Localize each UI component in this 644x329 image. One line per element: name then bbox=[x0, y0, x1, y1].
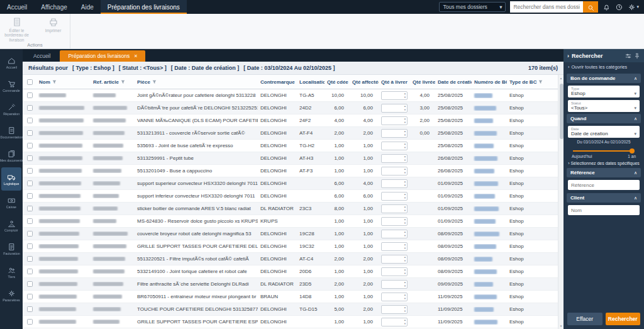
qte-a-livrer-input[interactable]: ▴▾ bbox=[381, 280, 408, 289]
column-header-qte_a_livrer[interactable]: Qté à livrer bbox=[379, 79, 410, 85]
column-header-date_creation[interactable]: Date de création bbox=[435, 79, 472, 85]
row-checkbox[interactable] bbox=[27, 193, 33, 199]
reference-input[interactable] bbox=[568, 180, 640, 190]
qte-a-livrer-input[interactable]: ▴▾ bbox=[381, 318, 408, 326]
table-row[interactable]: 5513220521 - Filtre imputÃ©s robot cafÃ©… bbox=[23, 253, 558, 265]
close-icon[interactable]: × bbox=[134, 53, 137, 59]
spinner-arrows-icon[interactable]: ▴▾ bbox=[404, 306, 406, 312]
sidebar-item-comptoir[interactable]: Comptoir bbox=[1, 214, 21, 237]
table-row[interactable]: DÃ©bitmÃ¨tre pour cafetiÃ¨re DELONGHI 52… bbox=[23, 102, 558, 114]
column-header-qte_affectee[interactable]: Qté affectée bbox=[350, 79, 379, 85]
spinner-arrows-icon[interactable]: ▴▾ bbox=[404, 117, 406, 123]
sidebar-item-commande[interactable]: Commande bbox=[1, 74, 21, 98]
scrollbar-thumb[interactable] bbox=[560, 84, 564, 139]
qte-a-livrer-input[interactable]: ▴▾ bbox=[381, 179, 408, 188]
row-checkbox[interactable] bbox=[27, 105, 33, 111]
collapse-panel-icon[interactable]: › bbox=[567, 53, 569, 59]
spinner-arrows-icon[interactable]: ▴▾ bbox=[404, 167, 406, 174]
qte-a-livrer-input[interactable]: ▴▾ bbox=[381, 204, 408, 213]
date-range-slider[interactable] bbox=[573, 148, 635, 153]
qte-a-livrer-input[interactable]: ▴▾ bbox=[381, 129, 408, 138]
row-checkbox[interactable] bbox=[27, 269, 33, 274]
table-row[interactable]: couvercle broyeur robot cafe delonghi ma… bbox=[23, 228, 558, 240]
sidebar-item-reparation[interactable]: Réparation bbox=[1, 98, 21, 121]
spinner-arrows-icon[interactable]: ▴▾ bbox=[404, 230, 406, 237]
specific-dates-link[interactable]: › Sélectionnez des dates spécifiques bbox=[568, 161, 640, 165]
row-checkbox[interactable] bbox=[27, 181, 33, 186]
row-checkbox[interactable] bbox=[27, 256, 33, 262]
tab-accueil[interactable]: Accueil bbox=[25, 50, 58, 62]
qte-a-livrer-input[interactable]: ▴▾ bbox=[381, 293, 408, 301]
select-all-checkbox[interactable] bbox=[27, 79, 33, 85]
menu-accueil[interactable]: Accueil bbox=[0, 0, 34, 14]
row-checkbox[interactable] bbox=[27, 206, 33, 211]
editer-le-bordereau-de-livraison-button[interactable]: Éditer le bordereau de livraison bbox=[1, 17, 33, 42]
clock-icon[interactable] bbox=[615, 3, 623, 11]
row-checkbox[interactable] bbox=[27, 143, 33, 148]
qte-a-livrer-input[interactable]: ▴▾ bbox=[381, 104, 408, 113]
spinner-arrows-icon[interactable]: ▴▾ bbox=[404, 255, 406, 262]
row-checkbox[interactable] bbox=[27, 306, 33, 312]
qte-a-livrer-input[interactable]: ▴▾ bbox=[381, 142, 408, 150]
filter-icon[interactable] bbox=[52, 80, 57, 84]
sidebar-item-tiers[interactable]: Tiers bbox=[1, 260, 21, 284]
spinner-arrows-icon[interactable]: ▴▾ bbox=[404, 218, 406, 224]
qte-a-livrer-input[interactable]: ▴▾ bbox=[381, 217, 408, 226]
vertical-scrollbar[interactable]: ▴ ▾ bbox=[558, 75, 564, 329]
type-select[interactable]: Type Eshop ▾ bbox=[568, 86, 640, 98]
table-row[interactable]: sticker boitier de commande ARES V.5 bla… bbox=[23, 203, 558, 215]
spinner-arrows-icon[interactable]: ▴▾ bbox=[404, 281, 406, 287]
table-row[interactable]: BR67050911 - entraineur moteur mixeur pl… bbox=[23, 291, 558, 303]
filter-icon[interactable] bbox=[152, 80, 157, 84]
table-row[interactable]: 5313213911 - couvercle rÃ©servoir sortie… bbox=[23, 127, 558, 140]
spinner-arrows-icon[interactable]: ▴▾ bbox=[404, 104, 406, 111]
settings-menu[interactable]: ▾ bbox=[628, 3, 639, 11]
sidebar-item-accueil[interactable]: Accueil bbox=[1, 51, 21, 74]
statut-select[interactable]: Statut <Tous> ▾ bbox=[568, 100, 640, 112]
column-header-piece[interactable]: Pièce bbox=[135, 79, 258, 85]
table-row[interactable]: 5313259991 - Peptit tubeDELONGHIAT-H31,0… bbox=[23, 152, 558, 165]
row-checkbox[interactable] bbox=[27, 118, 33, 123]
sidebar-item-facturation[interactable]: Facturation bbox=[1, 237, 21, 260]
spinner-arrows-icon[interactable]: ▴▾ bbox=[404, 293, 406, 299]
column-header-qte_cdee[interactable]: Qté cdée bbox=[325, 79, 350, 85]
menu-affichage[interactable]: Affichage bbox=[34, 0, 74, 14]
tab-preparation-des-livraisons[interactable]: Préparation des livraisons× bbox=[60, 50, 145, 62]
clear-button[interactable]: Effacer bbox=[567, 313, 602, 325]
sidebar-item-caisse[interactable]: Caisse bbox=[1, 191, 21, 214]
client-name-input[interactable] bbox=[568, 205, 640, 215]
sidebar-item-parametres[interactable]: Paramètres bbox=[1, 284, 21, 307]
qte-a-livrer-input[interactable]: ▴▾ bbox=[381, 255, 408, 264]
search-submit-button[interactable]: Rechercher bbox=[606, 313, 641, 325]
table-row[interactable]: 5332149100 - Joint torique cafetiere et … bbox=[23, 265, 558, 278]
imprimer-button[interactable]: Imprimer bbox=[37, 17, 70, 42]
table-row[interactable]: GRILLE SUPPORT TASSES POUR CAFETIERE ESP… bbox=[23, 316, 558, 328]
spinner-arrows-icon[interactable]: ▴▾ bbox=[404, 142, 406, 148]
column-header-nom[interactable]: Nom bbox=[36, 79, 91, 85]
spinner-arrows-icon[interactable]: ▴▾ bbox=[404, 318, 406, 325]
table-row[interactable]: Joint gÃ©nÃ©rateur pour cafetiere delong… bbox=[23, 89, 558, 102]
column-header-check[interactable] bbox=[23, 79, 36, 85]
row-checkbox[interactable] bbox=[27, 319, 33, 325]
column-header-ref[interactable]: Ref. article bbox=[91, 79, 135, 85]
column-header-contremarque[interactable]: Contremarque bbox=[258, 79, 297, 85]
tune-icon[interactable] bbox=[625, 53, 631, 59]
qte-a-livrer-input[interactable]: ▴▾ bbox=[381, 91, 408, 100]
open-all-categories-link[interactable]: › Ouvrir toutes les catégories bbox=[564, 62, 644, 72]
table-row[interactable]: 5513201049 - Buse a cappuccinoDELONGHIAT… bbox=[23, 165, 558, 177]
slider-knob[interactable] bbox=[630, 148, 635, 153]
qte-a-livrer-input[interactable]: ▴▾ bbox=[381, 116, 408, 125]
row-checkbox[interactable] bbox=[27, 218, 33, 224]
spinner-arrows-icon[interactable]: ▴▾ bbox=[404, 268, 406, 274]
row-checkbox[interactable] bbox=[27, 130, 33, 136]
row-checkbox[interactable] bbox=[27, 92, 33, 98]
table-row[interactable]: support superieur convecteur HSX3320 del… bbox=[23, 177, 558, 190]
column-header-type_bc[interactable]: Type de BC bbox=[507, 79, 558, 85]
filter-icon[interactable] bbox=[121, 80, 125, 84]
section-header-client[interactable]: Client ∧ bbox=[567, 193, 641, 203]
table-row[interactable]: support inferieur convecteur HSX3320 del… bbox=[23, 190, 558, 203]
column-header-numero_bc[interactable]: Numéro de BC bbox=[472, 79, 507, 85]
section-header-quand[interactable]: Quand ∧ bbox=[567, 114, 641, 123]
sidebar-item-logistique[interactable]: Logistique bbox=[1, 167, 21, 191]
column-header-localisation[interactable]: Localisation bbox=[297, 79, 325, 85]
